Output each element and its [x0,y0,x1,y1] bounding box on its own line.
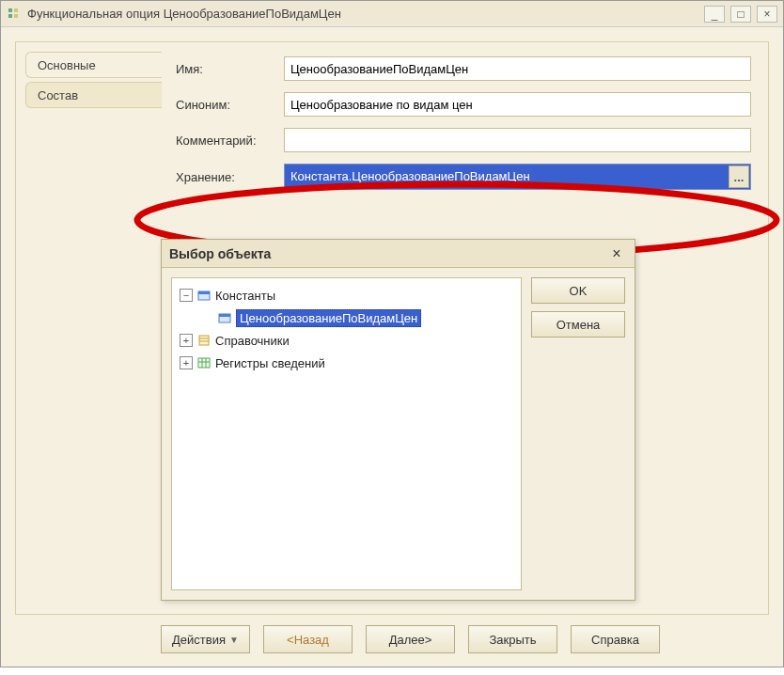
tree-label-constants: Константы [215,289,275,303]
chevron-down-icon: ▼ [229,635,239,645]
dialog-buttons: OK Отмена [531,277,625,590]
tree-label-catalogs: Справочники [215,334,290,348]
storage-picker-button[interactable]: ... [729,165,749,188]
svg-rect-9 [199,336,209,345]
synonym-input[interactable] [284,92,751,117]
dialog-title: Выбор объекта [169,246,606,261]
tree-node-info-registers[interactable]: + Регистры сведений [176,352,517,374]
dialog-titlebar: Выбор объекта × [162,240,635,268]
catalogs-icon [196,333,212,348]
collapse-icon[interactable]: − [180,289,193,302]
svg-rect-3 [14,14,18,18]
constant-item-icon [217,310,232,325]
close-button[interactable]: × [757,6,777,23]
svg-rect-1 [8,14,12,18]
storage-label: Хранение: [176,170,284,184]
ok-button[interactable]: OK [531,277,625,304]
back-button[interactable]: <Назад [263,625,353,653]
tree-label-constant-item: ЦенообразованиеПоВидамЦен [236,309,421,327]
constants-icon [196,288,212,303]
tab-main[interactable]: Основные [25,52,162,78]
close-label: Закрыть [489,633,536,647]
next-label: Далее> [389,633,432,647]
window-title: Функциональная опция ЦенообразованиеПоВи… [27,7,704,21]
comment-label: Комментарий: [176,133,284,148]
main-area: Основные Состав Имя: Синоним: Комментари… [1,27,783,667]
back-label: <Назад [287,633,329,647]
tab-main-label: Основные [38,58,96,72]
window-controls: _ □ × [704,6,777,23]
app-icon [7,7,22,22]
close-window-button[interactable]: Закрыть [468,625,557,653]
name-input[interactable] [284,56,751,81]
help-button[interactable]: Справка [571,625,660,653]
cancel-button[interactable]: Отмена [531,311,625,338]
object-tree[interactable]: − Константы ЦенообразованиеПоВидамЦен [171,277,522,590]
dialog-close-button[interactable]: × [606,244,627,263]
maximize-button[interactable]: □ [730,6,751,23]
object-picker-dialog: Выбор объекта × − Константы [161,239,635,601]
help-label: Справка [591,633,639,647]
svg-rect-0 [8,8,12,12]
tree-node-constant-item[interactable]: ЦенообразованиеПоВидамЦен [176,306,517,329]
svg-rect-2 [14,8,18,12]
svg-rect-6 [198,291,210,294]
comment-input[interactable] [284,128,751,152]
svg-rect-12 [198,358,210,368]
minimize-button[interactable]: _ [704,6,725,23]
tab-composition[interactable]: Состав [25,82,162,108]
dialog-body: − Константы ЦенообразованиеПоВидамЦен [162,268,635,600]
actions-label: Действия [172,633,226,647]
synonym-label: Синоним: [176,98,284,112]
tab-composition-label: Состав [38,88,78,102]
footer-buttons: Действия ▼ <Назад Далее> Закрыть Справка [161,625,764,653]
form-area: Имя: Синоним: Комментарий: Хранение: Кон… [176,56,751,201]
name-label: Имя: [176,62,284,76]
expand-icon[interactable]: + [180,356,193,369]
svg-rect-8 [219,314,230,317]
tree-node-constants[interactable]: − Константы [176,284,517,306]
tree-label-info-registers: Регистры сведений [215,356,325,370]
expand-icon[interactable]: + [180,334,193,347]
storage-input[interactable]: Константа.ЦенообразованиеПоВидамЦен [284,164,751,190]
titlebar: Функциональная опция ЦенообразованиеПоВи… [1,1,783,27]
next-button[interactable]: Далее> [366,625,455,653]
actions-button[interactable]: Действия ▼ [161,625,250,653]
info-registers-icon [196,355,212,370]
side-tabs: Основные Состав [16,52,162,108]
main-window: Функциональная опция ЦенообразованиеПоВи… [0,0,784,667]
tree-node-catalogs[interactable]: + Справочники [176,329,517,352]
